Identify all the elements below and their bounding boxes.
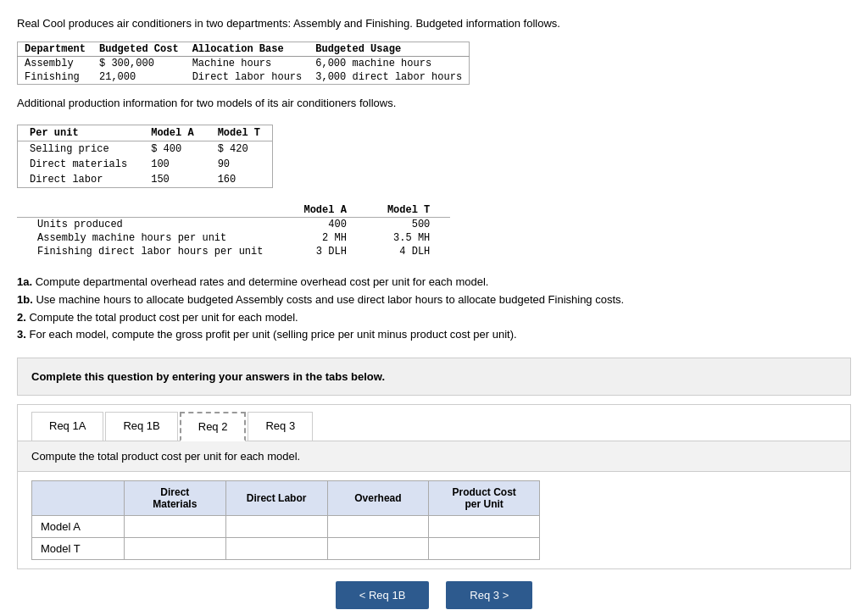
dept-col-header: Department bbox=[18, 42, 93, 57]
direct-labor-a: 150 bbox=[139, 172, 205, 188]
model-t-row-label: Model T bbox=[32, 538, 125, 560]
tab-req3[interactable]: Req 3 bbox=[248, 412, 313, 441]
tab-description: Compute the total product cost per unit … bbox=[18, 441, 850, 472]
model-t-dm-cell[interactable] bbox=[124, 538, 225, 560]
usage-assembly: 6,000 machine hours bbox=[309, 57, 469, 71]
inst-2-text: Compute the total product cost per unit … bbox=[29, 311, 298, 324]
prev-button[interactable]: < Req 1B bbox=[336, 581, 430, 609]
units-model-t-header: Model T bbox=[367, 203, 450, 218]
table-row: Model T bbox=[32, 538, 540, 560]
inst-1b-text: Use machine hours to allocate budgeted A… bbox=[36, 293, 624, 306]
instructions-block: 1a. Compute departmental overhead rates … bbox=[17, 274, 851, 344]
cost-finishing: 21,000 bbox=[92, 70, 186, 85]
per-unit-label: Per unit bbox=[18, 125, 140, 141]
units-produced-label: Units produced bbox=[17, 218, 283, 232]
complete-box-text: Complete this question by entering your … bbox=[31, 370, 385, 383]
answer-col-overhead: Overhead bbox=[327, 481, 429, 516]
direct-labor-t: 160 bbox=[206, 172, 273, 188]
inst-1a-bold: 1a. bbox=[17, 275, 32, 288]
model-a-dm-cell[interactable] bbox=[124, 516, 225, 538]
tab-description-text: Compute the total product cost per unit … bbox=[31, 450, 300, 463]
pc-header-line2: per Unit bbox=[465, 498, 503, 510]
selling-price-a: $ 400 bbox=[139, 141, 205, 158]
inst-3-text: For each model, compute the gross profit… bbox=[29, 328, 516, 341]
tab-req2[interactable]: Req 2 bbox=[180, 412, 247, 441]
tab-req1a[interactable]: Req 1A bbox=[31, 412, 103, 441]
answer-col-direct-materials: Direct Materials bbox=[124, 481, 225, 516]
additional-text: Additional production information for tw… bbox=[17, 97, 851, 109]
dept-assembly: Assembly bbox=[18, 57, 93, 71]
assembly-hours-t: 3.5 MH bbox=[367, 231, 450, 245]
finishing-hours-a: 3 DLH bbox=[283, 245, 366, 258]
pc-header-line1: Product Cost bbox=[452, 486, 515, 498]
dl-header-line1: Direct Labor bbox=[247, 492, 307, 504]
model-t-dm-input[interactable] bbox=[133, 542, 217, 555]
model-a-dl-input[interactable] bbox=[235, 520, 319, 533]
cost-assembly: $ 300,000 bbox=[92, 57, 186, 71]
units-model-a-header: Model A bbox=[283, 203, 366, 218]
dm-header-line1: Direct bbox=[160, 486, 189, 498]
units-col-blank bbox=[17, 203, 283, 218]
answer-col-direct-labor: Direct Labor bbox=[225, 481, 327, 516]
answer-col-blank bbox=[32, 481, 125, 516]
finishing-hours-t: 4 DLH bbox=[367, 245, 450, 258]
dm-header-line2: Materials bbox=[153, 498, 197, 510]
allocation-base-col-header: Allocation Base bbox=[186, 42, 309, 57]
inst-1b-bold: 1b. bbox=[17, 293, 33, 306]
budgeted-usage-col-header: Budgeted Usage bbox=[309, 42, 469, 57]
tabs-row: Req 1A Req 1B Req 2 Req 3 bbox=[18, 405, 850, 441]
direct-labor-label: Direct labor bbox=[18, 172, 140, 188]
inst-3-bold: 3. bbox=[17, 328, 26, 341]
model-a-oh-input[interactable] bbox=[337, 520, 420, 533]
assembly-hours-a: 2 MH bbox=[283, 231, 366, 245]
units-produced-a: 400 bbox=[283, 218, 366, 232]
oh-header-line1: Overhead bbox=[354, 492, 401, 504]
model-a-dm-input[interactable] bbox=[133, 520, 217, 533]
model-a-dl-cell[interactable] bbox=[225, 516, 327, 538]
inst-2-bold: 2. bbox=[17, 311, 26, 324]
answer-table: Direct Materials Direct Labor Overhead P… bbox=[31, 480, 540, 560]
units-table: Model A Model T Units produced 400 500 A… bbox=[17, 203, 450, 258]
tab-req1b[interactable]: Req 1B bbox=[105, 412, 177, 441]
model-a-oh-cell[interactable] bbox=[327, 516, 429, 538]
model-a-row-label: Model A bbox=[32, 516, 125, 538]
dept-table: Department Budgeted Cost Allocation Base… bbox=[17, 42, 470, 85]
finishing-hours-label: Finishing direct labor hours per unit bbox=[17, 245, 283, 258]
alloc-assembly: Machine hours bbox=[186, 57, 309, 71]
intro-text: Real Cool produces air conditioners in t… bbox=[17, 17, 851, 30]
alloc-finishing: Direct labor hours bbox=[186, 70, 309, 85]
model-a-col-header: Model A bbox=[139, 125, 205, 141]
table-row: Model A bbox=[32, 516, 540, 538]
per-unit-table: Per unit Model A Model T Selling price $… bbox=[17, 125, 273, 188]
units-produced-t: 500 bbox=[367, 218, 450, 232]
model-t-pc-input[interactable] bbox=[437, 542, 531, 555]
inst-1a-text: Compute departmental overhead rates and … bbox=[36, 275, 489, 288]
model-t-dl-input[interactable] bbox=[235, 542, 319, 555]
model-a-pc-input[interactable] bbox=[437, 520, 531, 533]
model-t-col-header: Model T bbox=[206, 125, 273, 141]
answer-col-product-cost: Product Cost per Unit bbox=[429, 481, 540, 516]
model-t-pc-cell[interactable] bbox=[429, 538, 540, 560]
model-t-dl-cell[interactable] bbox=[225, 538, 327, 560]
complete-box: Complete this question by entering your … bbox=[17, 358, 851, 396]
next-button[interactable]: Req 3 > bbox=[446, 581, 532, 609]
model-t-oh-cell[interactable] bbox=[327, 538, 429, 560]
model-a-pc-cell[interactable] bbox=[429, 516, 540, 538]
nav-buttons: < Req 1B Req 3 > bbox=[17, 581, 851, 609]
tabs-section: Req 1A Req 1B Req 2 Req 3 Compute the to… bbox=[17, 404, 851, 569]
direct-materials-a: 100 bbox=[139, 157, 205, 172]
direct-materials-t: 90 bbox=[206, 157, 273, 172]
dept-finishing: Finishing bbox=[18, 70, 93, 85]
model-t-oh-input[interactable] bbox=[337, 542, 420, 555]
answer-section: Direct Materials Direct Labor Overhead P… bbox=[18, 472, 850, 568]
selling-price-t: $ 420 bbox=[206, 141, 273, 158]
selling-price-label: Selling price bbox=[18, 141, 140, 158]
direct-materials-label: Direct materials bbox=[18, 157, 140, 172]
usage-finishing: 3,000 direct labor hours bbox=[309, 70, 469, 85]
assembly-hours-label: Assembly machine hours per unit bbox=[17, 231, 283, 245]
budgeted-cost-col-header: Budgeted Cost bbox=[92, 42, 186, 57]
